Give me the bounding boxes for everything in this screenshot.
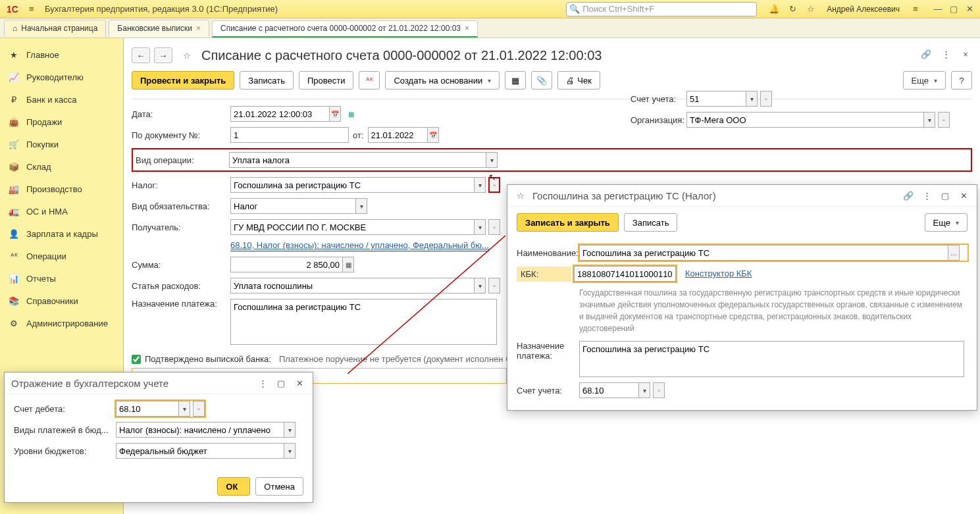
cancel-button[interactable]: Отмена bbox=[255, 477, 303, 496]
open-icon[interactable]: ▫ bbox=[653, 382, 665, 398]
open-icon[interactable]: ▫ bbox=[938, 112, 950, 128]
dropdown-icon[interactable]: ▾ bbox=[638, 382, 650, 398]
post-button[interactable]: Провести bbox=[299, 71, 354, 90]
history-icon[interactable]: ↻ bbox=[786, 3, 799, 16]
bell-icon[interactable]: 🔔 bbox=[767, 3, 781, 16]
sum-input[interactable] bbox=[230, 257, 342, 272]
purpose-input[interactable] bbox=[579, 341, 964, 377]
write-button[interactable]: Записать bbox=[240, 71, 294, 90]
calc-icon[interactable]: ▦ bbox=[342, 257, 354, 272]
ellipsis-icon[interactable]: … bbox=[948, 245, 960, 261]
close-icon[interactable]: ✕ bbox=[957, 189, 970, 202]
tab-writeoff[interactable]: Списание с расчетного счета 0000-000002 … bbox=[212, 20, 478, 38]
ptype-input[interactable] bbox=[116, 422, 284, 438]
account-input[interactable] bbox=[686, 91, 746, 107]
dropdown-icon[interactable]: ▾ bbox=[284, 422, 296, 438]
sidebar-item-main[interactable]: ★Главное bbox=[0, 43, 123, 66]
structure-icon[interactable]: ▦ bbox=[505, 71, 526, 90]
write-close-button[interactable]: Записать и закрыть bbox=[517, 213, 619, 232]
dropdown-icon[interactable]: ▾ bbox=[474, 278, 486, 294]
tab-close-icon[interactable]: × bbox=[465, 24, 469, 33]
minimize-icon[interactable]: — bbox=[931, 3, 944, 16]
open-icon[interactable]: ▫ bbox=[760, 91, 772, 107]
sidebar-item-sales[interactable]: 👜Продажи bbox=[0, 111, 123, 133]
kebab-icon[interactable]: ⋮ bbox=[256, 376, 269, 390]
sidebar-item-admin[interactable]: ⚙Администрирование bbox=[0, 312, 123, 334]
sidebar-item-assets[interactable]: 🚛ОС и НМА bbox=[0, 200, 123, 222]
more-button[interactable]: Еще bbox=[925, 213, 967, 232]
user-name[interactable]: Андрей Алексеевич bbox=[827, 5, 900, 14]
create-based-button[interactable]: Создать на основании bbox=[385, 71, 500, 90]
calendar-icon[interactable]: 📅 bbox=[427, 127, 439, 143]
refresh-icon[interactable]: ▦ bbox=[345, 106, 357, 122]
org-input[interactable] bbox=[686, 112, 923, 128]
more-button[interactable]: Еще bbox=[903, 71, 946, 90]
dropdown-icon[interactable]: ▾ bbox=[746, 91, 758, 107]
sidebar-item-warehouse[interactable]: 📦Склад bbox=[0, 155, 123, 178]
dropdown-icon[interactable]: ▾ bbox=[474, 177, 486, 193]
confirm-checkbox[interactable] bbox=[132, 355, 141, 364]
tab-bank-statements[interactable]: Банковские выписки × bbox=[109, 20, 209, 37]
star-outline-icon[interactable]: ☆ bbox=[514, 189, 527, 202]
open-icon[interactable]: ▫ bbox=[488, 278, 500, 294]
kebab-icon[interactable]: ⋮ bbox=[920, 189, 933, 202]
blevel-input[interactable] bbox=[116, 443, 284, 459]
open-icon[interactable]: ▫ bbox=[488, 219, 500, 235]
close-doc-icon[interactable]: × bbox=[959, 47, 972, 61]
link-icon[interactable]: 🔗 bbox=[919, 47, 933, 61]
filter-icon[interactable]: ≡ bbox=[909, 3, 922, 16]
sidebar-item-manager[interactable]: 📈Руководителю bbox=[0, 66, 123, 88]
docnum-input[interactable] bbox=[230, 127, 349, 143]
help-button[interactable]: ? bbox=[951, 71, 972, 90]
post-close-button[interactable]: Провести и закрыть bbox=[132, 71, 234, 90]
tab-home[interactable]: ⌂ Начальная страница bbox=[4, 20, 106, 37]
search-input[interactable]: 🔍 Поиск Ctrl+Shift+F bbox=[566, 2, 757, 16]
dropdown-icon[interactable]: ▾ bbox=[178, 401, 190, 417]
dropdown-icon[interactable]: ▾ bbox=[486, 152, 498, 168]
link-icon[interactable]: 🔗 bbox=[902, 189, 915, 202]
name-input[interactable] bbox=[579, 245, 948, 261]
recipient-input[interactable] bbox=[230, 219, 474, 235]
tax-input[interactable] bbox=[230, 177, 474, 193]
sidebar-item-refs[interactable]: 📚Справочники bbox=[0, 290, 123, 312]
ok-button[interactable]: ОК bbox=[217, 477, 250, 496]
write-button[interactable]: Записать bbox=[624, 213, 678, 232]
dropdown-icon[interactable]: ▾ bbox=[355, 198, 367, 214]
kebab-icon[interactable]: ⋮ bbox=[939, 47, 952, 61]
maximize-icon[interactable]: ▢ bbox=[274, 376, 288, 390]
account-input[interactable] bbox=[579, 382, 638, 398]
back-button[interactable]: ← bbox=[132, 47, 150, 63]
sidebar-item-reports[interactable]: 📊Отчеты bbox=[0, 267, 123, 290]
open-icon[interactable]: ▫ bbox=[193, 401, 205, 417]
debit-input[interactable] bbox=[116, 401, 178, 417]
expense-input[interactable] bbox=[230, 278, 474, 294]
dk-icon[interactable]: ᴬᴷ bbox=[359, 71, 380, 90]
optype-input[interactable] bbox=[229, 152, 486, 168]
sidebar-item-production[interactable]: 🏭Производство bbox=[0, 178, 123, 200]
calendar-icon[interactable]: 📅 bbox=[329, 106, 341, 122]
star-outline-icon[interactable]: ☆ bbox=[180, 49, 193, 62]
docdate-input[interactable] bbox=[368, 127, 427, 143]
kbk-input[interactable] bbox=[574, 266, 676, 282]
dropdown-icon[interactable]: ▾ bbox=[284, 443, 296, 459]
purpose-input[interactable] bbox=[230, 299, 497, 345]
tab-close-icon[interactable]: × bbox=[196, 24, 201, 33]
forward-button[interactable]: → bbox=[154, 47, 172, 63]
attach-icon[interactable]: 📎 bbox=[531, 71, 552, 90]
sidebar-item-hr[interactable]: 👤Зарплата и кадры bbox=[0, 222, 123, 245]
sidebar-item-bank[interactable]: ₽Банк и касса bbox=[0, 88, 123, 111]
dropdown-icon[interactable]: ▾ bbox=[474, 219, 486, 235]
dropdown-icon[interactable]: ▾ bbox=[923, 112, 935, 128]
maximize-icon[interactable]: ▢ bbox=[947, 3, 960, 16]
maximize-icon[interactable]: ▢ bbox=[939, 189, 952, 202]
accounting-link[interactable]: 68.10, Налог (взносы): начислено / уплач… bbox=[230, 240, 489, 251]
close-icon[interactable]: ✕ bbox=[293, 376, 306, 390]
close-icon[interactable]: ✕ bbox=[963, 3, 976, 16]
kbk-constructor-link[interactable]: Конструктор КБК bbox=[685, 269, 752, 279]
obligation-input[interactable] bbox=[230, 198, 355, 214]
hamburger-icon[interactable]: ≡ bbox=[25, 3, 38, 16]
sidebar-item-operations[interactable]: ᴬᴷОперации bbox=[0, 245, 123, 267]
star-icon[interactable]: ☆ bbox=[804, 3, 817, 16]
sidebar-item-purchases[interactable]: 🛒Покупки bbox=[0, 133, 123, 155]
check-button[interactable]: 🖨 Чек bbox=[557, 71, 600, 90]
